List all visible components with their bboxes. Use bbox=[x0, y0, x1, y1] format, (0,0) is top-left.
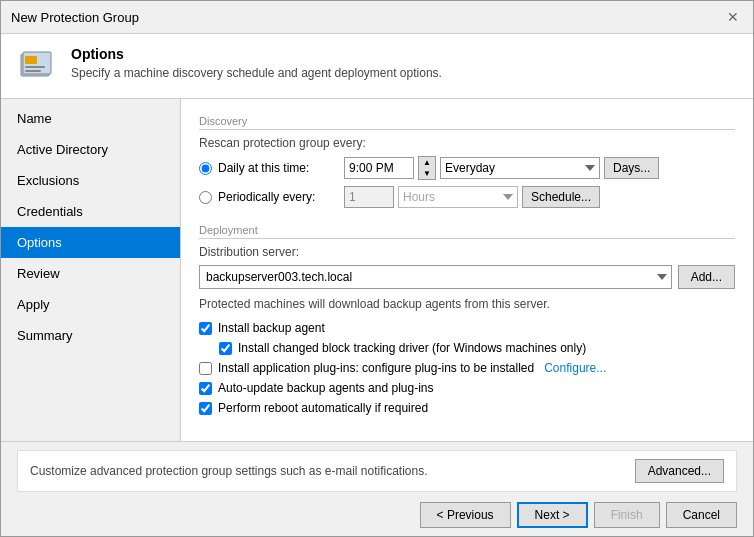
sidebar-item-name[interactable]: Name bbox=[1, 103, 180, 134]
sidebar-item-review[interactable]: Review bbox=[1, 258, 180, 289]
install-cbt-label[interactable]: Install changed block tracking driver (f… bbox=[238, 341, 586, 355]
header-title: Options bbox=[71, 46, 442, 62]
svg-rect-4 bbox=[25, 70, 41, 72]
reboot-checkbox[interactable] bbox=[199, 402, 212, 415]
time-spin-down[interactable]: ▼ bbox=[419, 168, 435, 179]
sidebar-item-summary[interactable]: Summary bbox=[1, 320, 180, 351]
sidebar-item-exclusions[interactable]: Exclusions bbox=[1, 165, 180, 196]
time-spin-buttons: ▲ ▼ bbox=[418, 156, 436, 180]
close-button[interactable]: ✕ bbox=[723, 7, 743, 27]
deployment-title: Deployment bbox=[199, 224, 735, 239]
header-text: Options Specify a machine discovery sche… bbox=[71, 46, 442, 80]
dialog: New Protection Group ✕ Options Specify a… bbox=[0, 0, 754, 537]
periodically-radio-row: Periodically every: Hours Minutes Schedu… bbox=[199, 186, 735, 208]
install-plugins-label[interactable]: Install application plug-ins: configure … bbox=[218, 361, 534, 375]
discovery-section: Discovery Rescan protection group every:… bbox=[199, 115, 735, 208]
time-input[interactable] bbox=[344, 157, 414, 179]
periodically-value[interactable] bbox=[344, 186, 394, 208]
advanced-row: Customize advanced protection group sett… bbox=[17, 450, 737, 492]
footer: Customize advanced protection group sett… bbox=[1, 441, 753, 536]
everyday-select[interactable]: Everyday Weekdays Weekends bbox=[440, 157, 600, 179]
hours-select[interactable]: Hours Minutes bbox=[398, 186, 518, 208]
time-input-group: ▲ ▼ Everyday Weekdays Weekends Days... bbox=[344, 156, 659, 180]
sidebar-item-active-directory[interactable]: Active Directory bbox=[1, 134, 180, 165]
header-section: Options Specify a machine discovery sche… bbox=[1, 34, 753, 99]
dialog-title: New Protection Group bbox=[11, 10, 139, 25]
daily-radio[interactable] bbox=[199, 162, 212, 175]
sidebar: Name Active Directory Exclusions Credent… bbox=[1, 99, 181, 441]
advanced-button[interactable]: Advanced... bbox=[635, 459, 724, 483]
previous-button[interactable]: < Previous bbox=[420, 502, 511, 528]
rescan-label: Rescan protection group every: bbox=[199, 136, 735, 150]
auto-update-row: Auto-update backup agents and plug-ins bbox=[199, 381, 735, 395]
header-subtitle: Specify a machine discovery schedule and… bbox=[71, 66, 442, 80]
install-backup-checkbox[interactable] bbox=[199, 322, 212, 335]
deployment-section: Deployment Distribution server: backupse… bbox=[199, 224, 735, 415]
install-cbt-row: Install changed block tracking driver (f… bbox=[219, 341, 735, 355]
daily-radio-row: Daily at this time: ▲ ▼ Everyday Weekday… bbox=[199, 156, 735, 180]
periodically-label[interactable]: Periodically every: bbox=[218, 190, 338, 204]
auto-update-label[interactable]: Auto-update backup agents and plug-ins bbox=[218, 381, 434, 395]
title-bar: New Protection Group ✕ bbox=[1, 1, 753, 34]
daily-label[interactable]: Daily at this time: bbox=[218, 161, 338, 175]
days-button[interactable]: Days... bbox=[604, 157, 659, 179]
install-plugins-checkbox[interactable] bbox=[199, 362, 212, 375]
server-select[interactable]: backupserver003.tech.local bbox=[199, 265, 672, 289]
add-server-button[interactable]: Add... bbox=[678, 265, 735, 289]
reboot-row: Perform reboot automatically if required bbox=[199, 401, 735, 415]
sidebar-item-credentials[interactable]: Credentials bbox=[1, 196, 180, 227]
protected-info: Protected machines will download backup … bbox=[199, 297, 735, 311]
svg-rect-3 bbox=[25, 66, 45, 68]
cancel-button[interactable]: Cancel bbox=[666, 502, 737, 528]
svg-rect-2 bbox=[25, 56, 37, 64]
install-plugins-row: Install application plug-ins: configure … bbox=[199, 361, 735, 375]
server-row: backupserver003.tech.local Add... bbox=[199, 265, 735, 289]
periodic-input-group: Hours Minutes Schedule... bbox=[344, 186, 600, 208]
options-icon bbox=[17, 46, 57, 86]
advanced-text: Customize advanced protection group sett… bbox=[30, 464, 428, 478]
distribution-label: Distribution server: bbox=[199, 245, 735, 259]
reboot-label[interactable]: Perform reboot automatically if required bbox=[218, 401, 428, 415]
discovery-title: Discovery bbox=[199, 115, 735, 130]
install-backup-label[interactable]: Install backup agent bbox=[218, 321, 325, 335]
content-area: Name Active Directory Exclusions Credent… bbox=[1, 99, 753, 441]
sidebar-item-options[interactable]: Options bbox=[1, 227, 180, 258]
sidebar-item-apply[interactable]: Apply bbox=[1, 289, 180, 320]
install-backup-row: Install backup agent bbox=[199, 321, 735, 335]
main-panel: Discovery Rescan protection group every:… bbox=[181, 99, 753, 441]
periodically-radio[interactable] bbox=[199, 191, 212, 204]
install-cbt-checkbox[interactable] bbox=[219, 342, 232, 355]
schedule-button[interactable]: Schedule... bbox=[522, 186, 600, 208]
configure-link[interactable]: Configure... bbox=[544, 361, 606, 375]
time-spin-up[interactable]: ▲ bbox=[419, 157, 435, 168]
auto-update-checkbox[interactable] bbox=[199, 382, 212, 395]
finish-button[interactable]: Finish bbox=[594, 502, 660, 528]
button-row: < Previous Next > Finish Cancel bbox=[17, 502, 737, 528]
next-button[interactable]: Next > bbox=[517, 502, 588, 528]
